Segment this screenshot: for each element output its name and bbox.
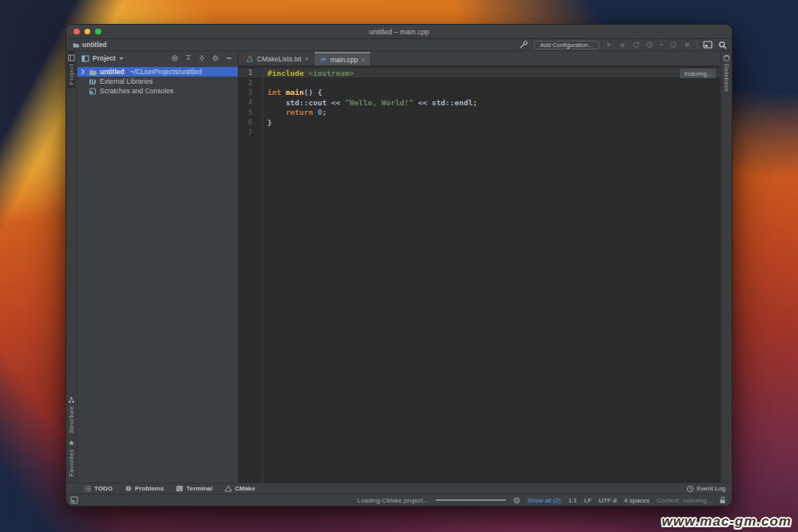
line-separator[interactable]: LF xyxy=(584,497,591,504)
tree-item-scratches-and-consoles[interactable]: Scratches and Consoles xyxy=(77,86,238,96)
profiler-icon[interactable] xyxy=(646,41,654,49)
scratches-icon xyxy=(89,88,97,95)
tool-stripe-tab-database[interactable]: Database xyxy=(723,51,730,95)
tab-label: main.cpp xyxy=(330,56,358,64)
project-tool-window: Project untitled~/CLionProjects/untitled… xyxy=(77,51,239,483)
project-folder-icon xyxy=(73,41,79,49)
tree-item-untitled[interactable]: untitled~/CLionProjects/untitled xyxy=(77,67,238,77)
cancel-progress-icon[interactable] xyxy=(513,497,520,504)
toolbar-divider xyxy=(697,41,697,49)
project-view-dropdown-icon[interactable] xyxy=(119,57,124,60)
tool-stripe-tab-project[interactable]: Project xyxy=(68,51,75,88)
tree-item-path: ~/CLionProjects/untitled xyxy=(130,68,202,76)
search-everywhere-icon[interactable] xyxy=(718,41,727,49)
code-token: () { xyxy=(304,88,322,97)
window-titlebar[interactable]: untitled – main.cpp xyxy=(66,25,732,39)
code-editor[interactable]: 1#include <iostream>2 3int main() {4 std… xyxy=(239,66,721,483)
desktop-wallpaper: untitled – main.cpp untitled Add Configu… xyxy=(0,0,798,532)
locate-file-icon[interactable] xyxy=(171,54,179,62)
tool-stripe-label: Structure xyxy=(68,406,75,433)
code-text xyxy=(263,78,272,87)
settings-gear-icon[interactable] xyxy=(211,54,219,62)
breadcrumb[interactable]: untitled xyxy=(73,41,107,49)
code-text: #include <iostream> xyxy=(263,69,354,77)
stop-icon[interactable] xyxy=(683,41,691,49)
star-icon xyxy=(68,439,75,447)
run-toolbar: Add Configuration... xyxy=(519,40,727,49)
line-number: 6 xyxy=(239,118,263,126)
code-text xyxy=(263,128,272,136)
editor-pane: CMakeLists.txt×main.cpp× 1#include <iost… xyxy=(239,51,721,483)
line-number: 4 xyxy=(239,98,263,106)
line-number: 3 xyxy=(239,89,263,97)
editor-tab-bar: CMakeLists.txt×main.cpp× xyxy=(239,51,721,66)
main-area: ProjectStructureFavorites Project untitl… xyxy=(66,51,732,483)
rerun-icon[interactable] xyxy=(670,41,678,49)
caret-position[interactable]: 1:1 xyxy=(568,497,577,504)
editor-tab-cmakelists-txt[interactable]: CMakeLists.txt× xyxy=(241,52,314,65)
left-stripe-bottom-group: StructureFavorites xyxy=(68,393,75,479)
run-icon[interactable] xyxy=(605,41,613,49)
expand-all-icon[interactable] xyxy=(198,54,206,62)
run-with-coverage-icon[interactable] xyxy=(632,41,640,49)
tool-window-button-label: TODO xyxy=(94,485,113,492)
cmake-file-icon xyxy=(246,55,254,62)
project-panel-icon xyxy=(81,55,89,62)
left-tool-stripe: ProjectStructureFavorites xyxy=(66,51,77,483)
collapse-all-icon[interactable] xyxy=(184,54,192,62)
tool-window-switcher-icon[interactable] xyxy=(70,496,78,504)
tree-item-name: External Libraries xyxy=(100,77,152,85)
tool-window-button-terminal[interactable]: Terminal xyxy=(176,485,212,492)
problems-icon xyxy=(124,485,132,492)
code-token: std::cout << xyxy=(267,98,345,107)
close-tab-icon[interactable]: × xyxy=(361,57,365,63)
chevron-down-icon[interactable] xyxy=(659,41,664,48)
code-token xyxy=(267,108,286,116)
project-panel-header: Project xyxy=(77,51,238,65)
event-log-label: Event Log xyxy=(697,485,725,492)
progress-label: Loading CMake project... xyxy=(358,497,429,504)
build-hammer-icon[interactable] xyxy=(519,40,528,49)
close-tab-icon[interactable]: × xyxy=(305,56,309,62)
tool-windows-icon[interactable] xyxy=(703,40,713,49)
debug-icon[interactable] xyxy=(618,41,626,49)
tool-window-button-problems[interactable]: Problems xyxy=(124,485,164,492)
line-number: 2 xyxy=(239,79,263,87)
tool-stripe-tab-structure[interactable]: Structure xyxy=(68,393,75,436)
code-line-1: 1#include <iostream> xyxy=(239,68,721,77)
project-panel-title[interactable]: Project xyxy=(93,54,116,62)
tool-window-button-cmake[interactable]: CMake xyxy=(224,485,255,492)
tool-window-button-todo[interactable]: TODO xyxy=(84,485,113,492)
line-number: 1 xyxy=(239,69,263,77)
indent-style[interactable]: 4 spaces xyxy=(624,497,650,504)
tool-window-button-label: CMake xyxy=(235,485,255,492)
file-encoding[interactable]: UTF-8 xyxy=(598,497,617,504)
progress-bar xyxy=(436,499,506,501)
tool-window-button-label: Problems xyxy=(135,485,164,492)
right-tool-stripe: Database xyxy=(721,51,732,483)
show-all-link[interactable]: Show all (2) xyxy=(527,497,561,504)
code-line-2: 2 xyxy=(239,77,721,87)
code-token: return xyxy=(286,108,318,116)
tree-item-external-libraries[interactable]: External Libraries xyxy=(77,77,238,86)
window-title: untitled – main.cpp xyxy=(66,28,732,36)
todo-icon xyxy=(84,485,92,492)
project-tree: untitled~/CLionProjects/untitledExternal… xyxy=(77,65,238,96)
cpp-file-icon xyxy=(319,56,327,63)
editor-tab-main-cpp[interactable]: main.cpp× xyxy=(314,52,371,65)
breadcrumb-label: untitled xyxy=(82,41,107,49)
add-configuration-button[interactable]: Add Configuration... xyxy=(534,41,599,49)
code-token: ; xyxy=(322,108,327,116)
terminal-icon xyxy=(176,485,184,492)
tool-stripe-tab-favorites[interactable]: Favorites xyxy=(68,436,75,479)
code-line-3: 3int main() { xyxy=(239,88,721,97)
event-log-button[interactable]: Event Log xyxy=(686,485,725,493)
libraries-icon xyxy=(89,78,97,85)
projtab-icon xyxy=(68,54,75,61)
hide-panel-icon[interactable] xyxy=(225,54,233,62)
code-line-7: 7 xyxy=(239,127,721,136)
structure-icon xyxy=(68,396,75,404)
db-icon xyxy=(723,54,730,61)
indexing-status-chip: Indexing... xyxy=(680,69,716,78)
lock-icon[interactable] xyxy=(719,496,726,504)
